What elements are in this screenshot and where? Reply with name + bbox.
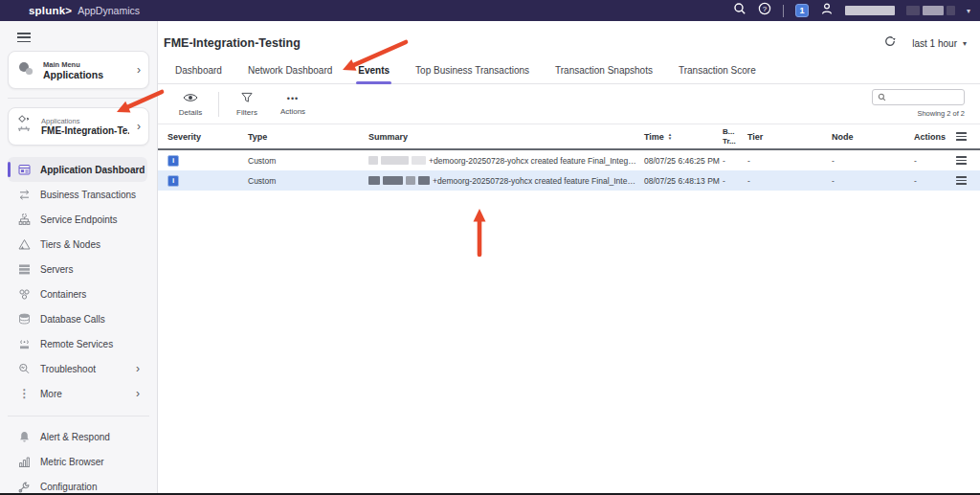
event-type: Custom	[248, 156, 368, 166]
sidebar-item-configuration[interactable]: Configuration	[8, 474, 147, 495]
col-severity[interactable]: Severity	[167, 132, 248, 142]
sidebar-item-remote-services[interactable]: Remote Services	[8, 331, 147, 356]
toolbar-divider	[218, 92, 219, 117]
hamburger-menu-icon[interactable]	[17, 33, 31, 42]
application-card-eyebrow: Applications	[41, 117, 129, 125]
search-icon[interactable]	[733, 2, 746, 19]
event-time: 08/07/25 6:46:25 PM	[644, 156, 723, 166]
chevron-right-icon: ›	[136, 387, 140, 400]
user-icon[interactable]	[820, 2, 834, 19]
table-row[interactable]: i Custom +demoorg-20250728-yohcx created…	[158, 170, 980, 191]
database-icon	[17, 313, 32, 326]
sidebar-item-servers[interactable]: Servers	[8, 257, 147, 281]
left-sidebar: Main Menu Applications › Applications FM…	[0, 21, 158, 493]
topbar-divider	[783, 5, 784, 17]
sidebar-item-metric-browser[interactable]: Metric Browser	[8, 449, 147, 474]
splunk-logo: splunk>	[29, 5, 72, 16]
chevron-right-icon: ›	[137, 64, 141, 76]
column-settings-icon[interactable]	[956, 131, 967, 142]
sidebar-item-service-endpoints[interactable]: Service Endpoints	[8, 207, 147, 232]
sidebar-item-label: Alert & Respond	[40, 432, 110, 442]
main-menu-card[interactable]: Main Menu Applications ›	[8, 51, 149, 89]
remote-services-icon	[17, 338, 32, 350]
redacted-account	[923, 6, 944, 15]
wrench-icon	[17, 481, 32, 493]
col-actions[interactable]: Actions	[914, 132, 956, 142]
col-time[interactable]: Time ▲▼	[644, 132, 723, 142]
sidebar-nav: Application Dashboard Business Transacti…	[0, 157, 157, 406]
tab-events[interactable]: Events	[358, 61, 390, 83]
events-search-input[interactable]	[886, 93, 953, 102]
sidebar-item-label: Servers	[40, 264, 73, 275]
refresh-icon[interactable]	[883, 34, 897, 52]
main-menu-label: Applications	[43, 69, 129, 80]
row-menu-icon[interactable]	[956, 155, 967, 166]
main-menu-icon	[16, 58, 35, 81]
sidebar-item-label: Containers	[40, 289, 86, 300]
events-search-box[interactable]	[872, 89, 965, 105]
more-dots-icon: ⋮	[17, 387, 32, 400]
redacted-account	[947, 6, 955, 15]
details-label: Details	[179, 108, 202, 117]
col-business-transaction[interactable]: B...Tr...	[723, 127, 747, 145]
actions-button[interactable]: ••• Actions	[270, 93, 316, 116]
account-caret-icon[interactable]: ▾	[967, 7, 970, 15]
table-row[interactable]: i Custom +demoorg-20250728-yohcx created…	[158, 150, 980, 170]
severity-info-icon: i	[167, 155, 179, 167]
event-type: Custom	[248, 176, 368, 186]
application-card-label: FME-Integration-Te...	[41, 125, 129, 136]
redacted-text	[418, 176, 430, 185]
notification-badge[interactable]: 1	[795, 4, 809, 17]
sidebar-item-business-transactions[interactable]: Business Transactions	[8, 182, 147, 207]
event-time: 08/07/25 6:48:13 PM	[644, 176, 723, 186]
sidebar-item-tiers-nodes[interactable]: Tiers & Nodes	[8, 232, 147, 257]
bell-icon	[17, 431, 32, 443]
redacted-text	[383, 176, 403, 185]
application-icon	[16, 115, 33, 138]
sidebar-item-database-calls[interactable]: Database Calls	[8, 306, 147, 331]
col-node[interactable]: Node	[832, 132, 914, 142]
col-type[interactable]: Type	[248, 132, 368, 142]
details-button[interactable]: Details	[167, 92, 213, 117]
eye-icon	[183, 92, 198, 105]
sidebar-item-alert-respond[interactable]: Alert & Respond	[8, 424, 147, 449]
tab-top-business-transactions[interactable]: Top Business Transactions	[415, 61, 529, 83]
col-summary[interactable]: Summary	[368, 132, 644, 142]
sidebar-item-troubleshoot[interactable]: Troubleshoot ›	[8, 356, 147, 381]
filters-button[interactable]: Filters	[224, 92, 270, 117]
chevron-right-icon: ›	[136, 362, 140, 375]
col-tier[interactable]: Tier	[747, 132, 832, 142]
sidebar-item-label: Database Calls	[40, 314, 105, 325]
tab-transaction-score[interactable]: Transaction Score	[679, 61, 756, 83]
severity-info-icon: i	[167, 175, 179, 187]
tab-network-dashboard[interactable]: Network Dashboard	[248, 61, 332, 83]
redacted-text	[381, 156, 409, 165]
chevron-right-icon: ›	[137, 121, 141, 132]
row-menu-icon[interactable]	[956, 175, 967, 186]
tab-dashboard[interactable]: Dashboard	[175, 61, 222, 83]
containers-cluster-icon	[17, 288, 32, 301]
help-icon[interactable]: ?	[758, 2, 771, 19]
appdynamics-label: AppDynamics	[78, 5, 140, 16]
redacted-username	[845, 6, 895, 15]
application-card[interactable]: Applications FME-Integration-Te... ›	[8, 107, 149, 146]
top-navbar: splunk> AppDynamics ? 1 ▾	[0, 0, 980, 21]
tab-bar: Dashboard Network Dashboard Events Top B…	[158, 61, 980, 84]
svg-text:?: ?	[763, 5, 768, 13]
ellipsis-icon: •••	[287, 93, 299, 104]
tab-transaction-snapshots[interactable]: Transaction Snapshots	[555, 61, 653, 83]
redacted-text	[368, 176, 380, 185]
sidebar-footer-nav: Alert & Respond Metric Browser Configura…	[0, 424, 157, 495]
sidebar-item-label: Tiers & Nodes	[40, 239, 100, 250]
sidebar-item-containers[interactable]: Containers	[8, 281, 147, 306]
redacted-account	[906, 6, 920, 15]
redacted-text	[406, 176, 415, 185]
sidebar-divider	[8, 98, 149, 99]
sidebar-item-application-dashboard[interactable]: Application Dashboard	[8, 157, 147, 182]
sidebar-item-label: Configuration	[40, 482, 97, 492]
redacted-text	[412, 156, 426, 165]
caret-down-icon: ▾	[963, 39, 967, 48]
sidebar-item-label: More	[40, 389, 62, 399]
sidebar-item-more[interactable]: ⋮ More ›	[8, 381, 147, 406]
time-range-selector[interactable]: last 1 hour ▾	[912, 38, 967, 49]
